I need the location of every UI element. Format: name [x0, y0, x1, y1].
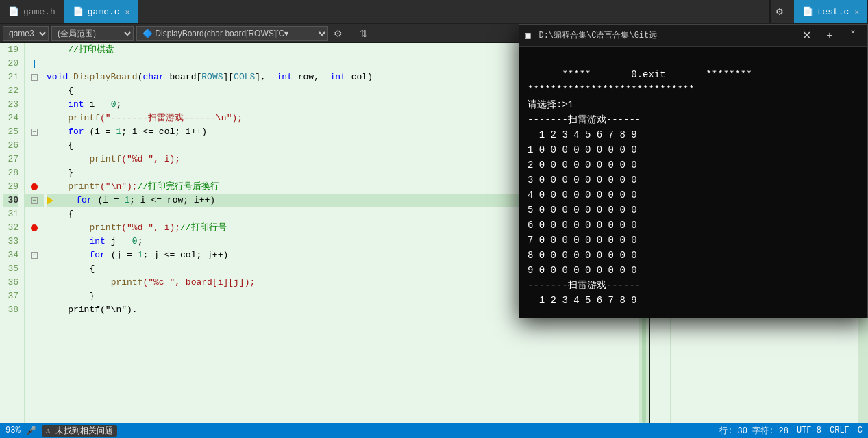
gutter-37	[25, 289, 44, 303]
tab-game-c[interactable]: 📄 game.c ✕	[64, 0, 138, 23]
encoding: UTF-8	[797, 426, 821, 435]
status-left: 93% 🎤 ⚠ 未找到相关问题	[5, 425, 117, 437]
close-tab-game-c[interactable]: ✕	[125, 8, 130, 16]
terminal-line-5: 1 2 3 4 5 6 7 8 9	[528, 129, 637, 140]
ln-26: 26	[3, 139, 18, 153]
gutter-20	[25, 57, 44, 70]
scope-select-left[interactable]: game3	[3, 26, 49, 41]
tab-label: test.c	[817, 7, 850, 17]
gutter-28	[25, 166, 44, 180]
terminal-line-3: 请选择:>1	[528, 99, 573, 110]
ln-20: 20	[3, 57, 18, 70]
terminal-title: D:\编程合集\C语言合集\Git远	[538, 28, 792, 43]
gutter-29	[25, 180, 44, 194]
gutter: − − −	[25, 43, 44, 423]
ln-28: 28	[3, 166, 18, 180]
terminal-line-10: 5 0 0 0 0 0 0 0 0 0	[528, 205, 637, 216]
ln-23: 23	[3, 98, 18, 112]
gutter-36	[25, 276, 44, 289]
terminal-line-12: 7 0 0 0 0 0 0 0 0 0	[528, 235, 637, 246]
zoom-level: 93%	[5, 426, 21, 435]
terminal-line-9: 4 0 0 0 0 0 0 0 0 0	[528, 190, 637, 201]
tab-label: game.c	[88, 7, 120, 17]
gutter-34: −	[25, 248, 44, 262]
fold-icon-21[interactable]: −	[31, 74, 38, 81]
main-area: game3 (全局范围) 🔷 DisplayBoard(char board[R…	[0, 24, 868, 423]
ln-32: 32	[3, 221, 18, 235]
terminal-panel: ▣ D:\编程合集\C语言合集\Git远 ✕ + ˅ ***** 0.exit …	[519, 24, 868, 318]
ln-36: 36	[3, 276, 18, 289]
fold-icon-34[interactable]: −	[31, 252, 38, 259]
gutter-21: −	[25, 70, 44, 84]
terminal-line-2: *****************************	[528, 84, 695, 95]
gutter-23	[25, 98, 44, 112]
fold-icon-25[interactable]: −	[31, 129, 38, 136]
breakpoint-29[interactable]	[31, 183, 38, 190]
gutter-25: −	[25, 125, 44, 139]
gutter-35	[25, 262, 44, 276]
terminal-line-11: 6 0 0 0 0 0 0 0 0 0	[528, 220, 637, 231]
gutter-26	[25, 139, 44, 153]
terminal-title-bar: ▣ D:\编程合集\C语言合集\Git远 ✕ + ˅	[519, 25, 867, 47]
gutter-31	[25, 207, 44, 221]
terminal-close-btn[interactable]: ✕	[797, 28, 815, 43]
terminal-line-14: 9 0 0 0 0 0 0 0 0 0	[528, 265, 637, 276]
terminal-more-btn[interactable]: ˅	[844, 28, 862, 43]
ln-33: 33	[3, 235, 18, 248]
mic-icon: 🎤	[26, 426, 36, 436]
lang: C	[858, 426, 863, 435]
ln-27: 27	[3, 153, 18, 166]
ln-37: 37	[3, 289, 18, 303]
terminal-line-6: 1 0 0 0 0 0 0 0 0 0	[528, 144, 637, 155]
eol: CRLF	[830, 426, 850, 435]
breakpoint-32[interactable]	[31, 224, 38, 231]
cursor-line	[34, 60, 35, 68]
current-arrow-icon	[47, 196, 53, 205]
settings-icon[interactable]: ⚙	[776, 5, 783, 18]
toolbar-sep	[351, 27, 351, 40]
terminal-line-13: 8 0 0 0 0 0 0 0 0 0	[528, 250, 637, 261]
terminal-line-8: 3 0 0 0 0 0 0 0 0 0	[528, 175, 637, 185]
tab-game-h[interactable]: 📄 game.h	[0, 0, 64, 23]
tab-test-c[interactable]: 📄 test.c ✕	[794, 0, 868, 23]
gutter-19	[25, 43, 44, 57]
terminal-line-15: -------扫雷游戏------	[528, 280, 641, 291]
file-icon: 📄	[802, 6, 813, 17]
gutter-33	[25, 235, 44, 248]
gutter-30: −	[25, 194, 44, 207]
row-col: 行: 30 字符: 28	[719, 425, 789, 437]
ln-19: 19	[3, 43, 18, 57]
terminal-line-16: 1 2 3 4 5 6 7 8 9	[528, 295, 637, 306]
fold-icon-30[interactable]: −	[31, 197, 38, 204]
terminal-line-7: 2 0 0 0 0 0 0 0 0 0	[528, 159, 637, 170]
terminal-line-1: ***** 0.exit ********	[562, 69, 752, 80]
terminal-add-btn[interactable]: +	[821, 28, 839, 43]
gutter-22	[25, 84, 44, 98]
gutter-24	[25, 112, 44, 125]
func-select-left[interactable]: 🔷 DisplayBoard(char board[ROWS][C▾	[136, 26, 328, 41]
terminal-body: ***** 0.exit ******** ******************…	[519, 47, 867, 318]
ln-24: 24	[3, 112, 18, 125]
tab-bar: 📄 game.h 📄 game.c ✕ ⚙ 📄 test.c ✕	[0, 0, 868, 24]
gutter-38	[25, 303, 44, 317]
ln-22: 22	[3, 84, 18, 98]
ln-35: 35	[3, 262, 18, 276]
terminal-line-4: -------扫雷游戏------	[528, 114, 641, 125]
close-tab-test-c[interactable]: ✕	[854, 8, 859, 16]
ln-31: 31	[3, 207, 18, 221]
settings-btn[interactable]: ⚙	[331, 26, 345, 41]
terminal-icon: ▣	[525, 28, 530, 43]
no-issues-badge[interactable]: ⚠ 未找到相关问题	[42, 425, 117, 437]
scope-range-left[interactable]: (全局范围)	[51, 26, 134, 41]
ln-34: 34	[3, 248, 18, 262]
line-numbers: 19 20 21 22 23 24 25 26 27 28 29 30 31 3…	[0, 43, 25, 423]
tab-label: game.h	[23, 7, 55, 17]
ln-30: 30	[3, 194, 18, 207]
file-icon: 📄	[8, 6, 19, 17]
split-btn[interactable]: ⇅	[357, 26, 371, 41]
ln-21: 21	[3, 70, 18, 84]
ln-29: 29	[3, 180, 18, 194]
file-icon: 📄	[73, 6, 84, 17]
gutter-27	[25, 153, 44, 166]
gutter-32	[25, 221, 44, 235]
